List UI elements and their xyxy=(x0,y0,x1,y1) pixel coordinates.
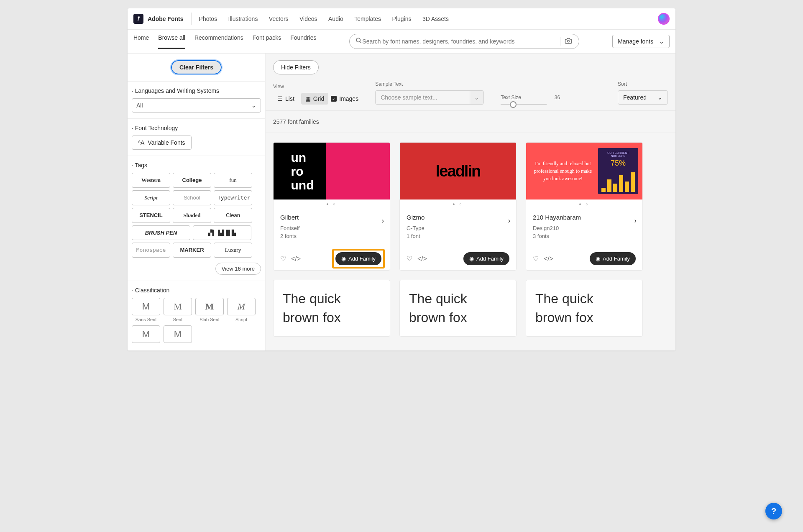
favorite-icon[interactable]: ♡ xyxy=(280,255,286,263)
search-input[interactable] xyxy=(362,38,560,45)
card-body: Gizmo G-Type 1 font › xyxy=(400,209,516,247)
card-title: 210 Hayanbaram xyxy=(533,214,636,221)
sample-text-select[interactable]: Choose sample text... ⌄ xyxy=(375,90,484,105)
subnav-home[interactable]: Home xyxy=(133,34,149,49)
tags-list: Western College fun Script School Typewr… xyxy=(132,173,261,258)
chevron-right-icon[interactable]: › xyxy=(634,217,637,225)
card-preview-image[interactable]: I'm friendly and relaxed but professiona… xyxy=(526,143,642,200)
carousel-dots[interactable]: ● ○ xyxy=(526,200,642,209)
svg-point-0 xyxy=(356,38,360,42)
text-size-control: Text Size 36 xyxy=(501,95,560,105)
class-label: Serif xyxy=(164,317,192,322)
class-glyph: M xyxy=(195,298,224,315)
add-family-button[interactable]: ◉ Add Family xyxy=(463,252,509,265)
chevron-right-icon[interactable]: › xyxy=(382,217,384,225)
nav-photos[interactable]: Photos xyxy=(199,15,217,22)
sort-value: Featured xyxy=(623,94,647,101)
subnav-foundries[interactable]: Foundries xyxy=(290,34,316,49)
tag-brush-pen[interactable]: BRUSH PEN xyxy=(132,225,190,240)
chevron-right-icon[interactable]: › xyxy=(508,217,510,225)
tag-western[interactable]: Western xyxy=(132,173,170,188)
languages-select[interactable]: All ⌄ xyxy=(132,98,261,113)
main-content: Hide Filters View ☰ List ▦ Grid xyxy=(266,54,675,350)
nav-templates[interactable]: Templates xyxy=(354,15,381,22)
app-window: f Adobe Fonts Photos Illustrations Vecto… xyxy=(128,8,675,350)
brand-logo[interactable]: f xyxy=(133,14,143,24)
tag-luxury[interactable]: Luxury xyxy=(214,243,252,258)
text-preview-card[interactable]: The quick brown fox xyxy=(526,280,643,337)
text-size-slider[interactable] xyxy=(501,104,547,105)
card-body: Gilbert Fontself 2 fonts › xyxy=(274,209,390,247)
class-sans-serif[interactable]: M Sans Serif xyxy=(132,298,160,322)
manage-fonts-button[interactable]: Manage fonts ⌄ xyxy=(612,35,670,48)
code-icon[interactable]: </> xyxy=(544,255,553,263)
view-more-tags-button[interactable]: View 16 more xyxy=(215,263,261,275)
card-foundry: Design210 xyxy=(533,225,636,231)
chevron-down-icon: ⌄ xyxy=(470,91,483,104)
card-font-count: 1 font xyxy=(407,233,509,239)
sample-placeholder: Choose sample text... xyxy=(381,94,437,101)
class-item-5[interactable]: M xyxy=(132,325,160,345)
class-serif[interactable]: M Serif xyxy=(164,298,192,322)
user-avatar[interactable] xyxy=(658,13,670,25)
sub-bar: Home Browse all Recommendations Font pac… xyxy=(128,30,675,54)
code-icon[interactable]: </> xyxy=(291,255,301,263)
sample-text-control: Sample Text Choose sample text... ⌄ xyxy=(375,81,484,105)
tag-script[interactable]: Script xyxy=(132,190,170,205)
tag-fun[interactable]: fun xyxy=(214,173,252,188)
tag-stencil[interactable]: STENCIL xyxy=(132,208,170,223)
carousel-dots[interactable]: ● ○ xyxy=(274,200,390,209)
class-slab-serif[interactable]: M Slab Serif xyxy=(195,298,224,322)
nav-illustrations[interactable]: Illustrations xyxy=(228,15,258,22)
add-family-button[interactable]: ◉ Add Family xyxy=(590,252,636,265)
nav-audio[interactable]: Audio xyxy=(328,15,343,22)
add-family-button[interactable]: ◉ Add Family xyxy=(335,252,381,265)
cards-grid: un ro und ● ○ Gilbert Fontself 2 fonts ›… xyxy=(266,133,675,346)
tag-school[interactable]: School xyxy=(173,190,211,205)
svg-point-2 xyxy=(568,40,570,42)
card-actions: ♡ </> ◉ Add Family xyxy=(400,247,516,270)
section-classification: Classification M Sans Serif M Serif M Sl… xyxy=(128,281,265,350)
view-grid-button[interactable]: ▦ Grid xyxy=(301,93,328,105)
search-field[interactable] xyxy=(349,34,579,49)
images-checkbox[interactable]: ✓ Images xyxy=(331,95,358,102)
card-preview-image[interactable]: un ro und xyxy=(274,143,390,200)
nav-3d-assets[interactable]: 3D Assets xyxy=(422,15,449,22)
class-item-6[interactable]: M xyxy=(164,325,192,345)
tag-shaded[interactable]: Shaded xyxy=(173,208,211,223)
tag-college[interactable]: College xyxy=(173,173,211,188)
brand-name: Adobe Fonts xyxy=(148,15,184,22)
card-preview-image[interactable]: leadlin xyxy=(400,143,516,200)
tag-marker[interactable]: MARKER xyxy=(173,243,211,258)
favorite-icon[interactable]: ♡ xyxy=(533,255,539,263)
text-preview-card[interactable]: The quick brown fox xyxy=(399,280,517,337)
tag-typewriter[interactable]: Typewriter xyxy=(214,190,252,205)
class-glyph: M xyxy=(227,298,256,315)
visual-search-icon[interactable] xyxy=(560,37,576,46)
nav-plugins[interactable]: Plugins xyxy=(392,15,412,22)
subnav-recommendations[interactable]: Recommendations xyxy=(194,34,243,49)
nav-vectors[interactable]: Vectors xyxy=(269,15,289,22)
view-list-button[interactable]: ☰ List xyxy=(273,93,299,105)
tag-monospace[interactable]: Monospace xyxy=(132,243,170,258)
class-script[interactable]: M Script xyxy=(227,298,256,322)
hide-filters-button[interactable]: Hide Filters xyxy=(273,60,319,74)
code-icon[interactable]: </> xyxy=(417,255,427,263)
clear-filters-button[interactable]: Clear Filters xyxy=(171,60,222,74)
section-title-classification: Classification xyxy=(132,287,261,294)
highlight-annotation: ◉ Add Family xyxy=(332,249,385,269)
subnav-browse-all[interactable]: Browse all xyxy=(158,34,185,49)
text-preview-card[interactable]: The quick brown fox xyxy=(273,280,390,337)
sort-select[interactable]: Featured ⌄ xyxy=(618,90,668,105)
list-icon: ☰ xyxy=(277,95,283,102)
variable-fonts-toggle[interactable]: ᴬA Variable Fonts xyxy=(132,136,192,150)
favorite-icon[interactable]: ♡ xyxy=(407,255,412,263)
classification-grid: M Sans Serif M Serif M Slab Serif M Scri… xyxy=(132,298,261,345)
card-body: 210 Hayanbaram Design210 3 fonts › xyxy=(526,209,642,247)
tag-geometric[interactable]: ▞▌▐▟▐▌▙ xyxy=(193,225,251,240)
tag-clean[interactable]: Clean xyxy=(214,208,252,223)
carousel-dots[interactable]: ● ○ xyxy=(400,200,516,209)
sort-label: Sort xyxy=(618,81,668,87)
nav-videos[interactable]: Videos xyxy=(299,15,317,22)
subnav-font-packs[interactable]: Font packs xyxy=(253,34,281,49)
